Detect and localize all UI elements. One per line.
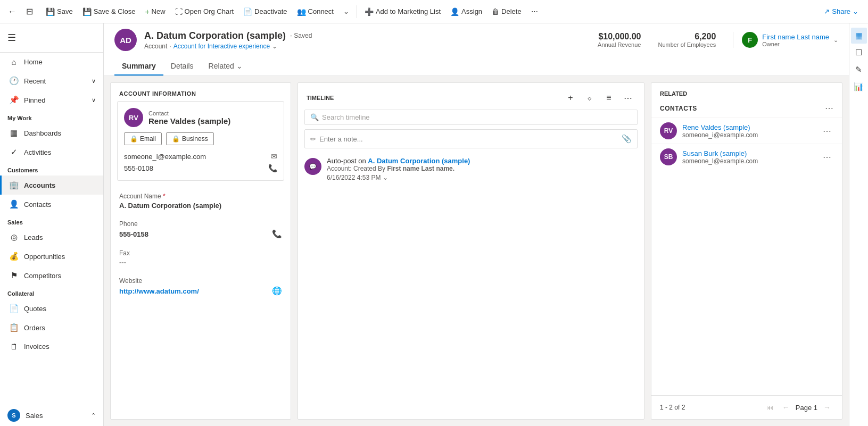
sidebar-item-activities[interactable]: ✓ Activities <box>0 143 103 162</box>
org-chart-icon: ⛶ <box>175 7 183 16</box>
sidebar-item-contacts[interactable]: 👤 Contacts <box>0 195 103 214</box>
sidebar-item-leads[interactable]: ◎ Leads <box>0 228 103 247</box>
contacts-section-header: CONTACTS ⋯ <box>651 101 842 118</box>
phone-field-icon[interactable]: 📞 <box>272 229 282 239</box>
phone-label: Phone <box>119 220 282 228</box>
record-type-detail-link[interactable]: Account for Interactive experience <box>173 43 270 50</box>
sidebar-item-quotes[interactable]: 📄 Quotes <box>0 299 103 318</box>
sidebar-item-invoices[interactable]: 🗒 Invoices <box>0 337 103 356</box>
share-button[interactable]: ↗ Share ⌄ <box>819 5 864 18</box>
connect-button[interactable]: 👥 Connect <box>293 5 338 19</box>
phone-action-icon[interactable]: 📞 <box>268 164 277 172</box>
sales-footer-avatar: S <box>7 409 20 422</box>
sidebar-item-recent[interactable]: 🕐 Recent ∨ <box>0 71 103 90</box>
pagination-first-button[interactable]: ⏮ <box>764 401 776 414</box>
sidebar-item-opportunities[interactable]: 💰 Opportunities <box>0 247 103 266</box>
contact-item-more-1[interactable]: ⋯ <box>821 150 833 164</box>
timeline-entry-author: First name Last name. <box>387 165 454 172</box>
timeline-add-button[interactable]: + <box>563 90 578 105</box>
contact-name[interactable]: Rene Valdes (sample) <box>148 116 230 126</box>
record-subtitle: Account · Account for Interactive experi… <box>144 43 590 50</box>
timeline-entry-title: Auto-post on A. Datum Corporation (sampl… <box>327 157 638 165</box>
timeline-header: TIMELINE + ⬦ ≡ ⋯ <box>298 83 644 110</box>
timeline-entry-sub: Account: Created By First name Last name… <box>327 165 638 172</box>
contact-email-field: someone_i@example.com ✉ <box>124 151 277 162</box>
website-value[interactable]: http://www.adatum.com/ <box>119 287 199 295</box>
tab-related[interactable]: Related ⌄ <box>201 56 250 76</box>
org-chart-button[interactable]: ⛶ Open Org Chart <box>171 5 238 19</box>
sidebar-footer-sales[interactable]: S Sales ⌃ <box>0 405 103 426</box>
account-name-field: Account Name * A. Datum Corporation (sam… <box>111 187 291 215</box>
assign-button[interactable]: 👤 Assign <box>446 5 486 19</box>
email-action-icon[interactable]: ✉ <box>271 152 277 161</box>
more-dropdown-button[interactable]: ⌄ <box>339 5 353 18</box>
pop-out-button[interactable]: ⊟ <box>21 4 37 20</box>
new-button[interactable]: + New <box>140 5 169 19</box>
timeline-search-input[interactable] <box>322 113 632 121</box>
recent-chevron-icon: ∨ <box>92 78 96 85</box>
record-title-name: A. Datum Corporation (sample) - Saved <box>144 30 590 41</box>
entry-expand-icon[interactable]: ⌄ <box>383 174 388 181</box>
related-chevron-icon: ⌄ <box>236 62 243 70</box>
assign-icon: 👤 <box>450 7 459 16</box>
timeline-note-input[interactable] <box>319 135 618 143</box>
sidebar-item-home[interactable]: ⌂ Home <box>0 53 103 71</box>
my-work-section-label: My Work <box>0 110 103 123</box>
related-title: RELATED <box>651 83 842 101</box>
account-information-panel: ACCOUNT INFORMATION RV Contact Rene Vald… <box>110 82 291 420</box>
side-icon-data[interactable]: 📊 <box>851 79 867 95</box>
hamburger-button[interactable]: ☰ <box>0 28 103 48</box>
phone-field: Phone 555-0158 📞 <box>111 215 291 244</box>
timeline-more-button[interactable]: ⋯ <box>621 90 635 105</box>
contact-list-email-1: someone_l@example.com <box>682 157 815 165</box>
email-button[interactable]: 🔒 Email <box>124 132 162 145</box>
attachment-icon[interactable]: 📎 <box>622 134 632 144</box>
activities-icon: ✓ <box>9 147 19 157</box>
toolbar: ← ⊟ 💾 Save 💾 Save & Close + New ⛶ Open O… <box>0 0 868 23</box>
deactivate-button[interactable]: 📄 Deactivate <box>239 5 291 19</box>
sidebar-item-dashboards[interactable]: ▦ Dashboards <box>0 123 103 143</box>
side-icon-grid[interactable]: ▦ <box>851 28 867 44</box>
owner-info: First name Last name Owner <box>762 33 829 47</box>
save-close-button[interactable]: 💾 Save & Close <box>78 5 140 19</box>
side-icon-page[interactable]: ☐ <box>851 45 867 61</box>
annual-revenue-label: Annual Revenue <box>598 41 641 48</box>
delete-button[interactable]: 🗑 Delete <box>487 5 526 19</box>
record-meta: $10,000.00 Annual Revenue 6,200 Number o… <box>598 32 838 48</box>
account-name-label: Account Name * <box>119 193 282 200</box>
sidebar-item-orders[interactable]: 📋 Orders <box>0 318 103 337</box>
contact-email-value: someone_i@example.com <box>124 153 206 161</box>
add-marketing-button[interactable]: ➕ Add to Marketing List <box>360 5 445 19</box>
contact-item-more-0[interactable]: ⋯ <box>821 124 833 138</box>
annual-revenue-meta: $10,000.00 Annual Revenue <box>598 32 641 48</box>
contact-list-info-0: Rene Valdes (sample) someone_i@example.c… <box>682 123 815 139</box>
contacts-more-icon[interactable]: ⋯ <box>825 103 833 113</box>
tab-summary[interactable]: Summary <box>114 56 163 76</box>
timeline-filter-button[interactable]: ⬦ <box>582 90 597 105</box>
pinned-chevron-icon: ∨ <box>92 97 96 104</box>
side-icon-edit[interactable]: ✎ <box>851 62 867 78</box>
business-button[interactable]: 🔒 Business <box>166 132 214 145</box>
timeline-entry-link[interactable]: A. Datum Corporation (sample) <box>368 157 470 165</box>
pagination-prev-button[interactable]: ← <box>780 401 792 414</box>
more-button[interactable]: ⋯ <box>527 5 542 18</box>
pagination-next-button[interactable]: → <box>821 401 833 414</box>
sidebar-item-pinned[interactable]: 📌 Pinned ∨ <box>0 90 103 110</box>
contact-avatar: RV <box>124 108 143 127</box>
panels: ACCOUNT INFORMATION RV Contact Rene Vald… <box>104 76 849 426</box>
save-button[interactable]: 💾 Save <box>42 5 77 19</box>
contact-list-name-0[interactable]: Rene Valdes (sample) <box>682 123 815 131</box>
timeline-entry: 💬 Auto-post on A. Datum Corporation (sam… <box>304 157 638 181</box>
footer-chevron-icon: ⌃ <box>91 412 96 419</box>
back-button[interactable]: ← <box>4 4 20 20</box>
tab-details[interactable]: Details <box>163 56 201 76</box>
timeline-sort-button[interactable]: ≡ <box>601 90 616 105</box>
new-icon: + <box>145 7 149 16</box>
timeline-search-box: 🔍 <box>304 110 638 125</box>
sidebar-item-competitors[interactable]: ⚑ Competitors <box>0 266 103 285</box>
timeline-entry-avatar: 💬 <box>304 158 321 175</box>
owner-name-link[interactable]: First name Last name <box>762 33 829 41</box>
contact-list-name-1[interactable]: Susan Burk (sample) <box>682 149 815 157</box>
sidebar-item-accounts[interactable]: 🏢 Accounts <box>0 176 103 195</box>
contact-card-header: RV Contact Rene Valdes (sample) <box>124 108 277 127</box>
